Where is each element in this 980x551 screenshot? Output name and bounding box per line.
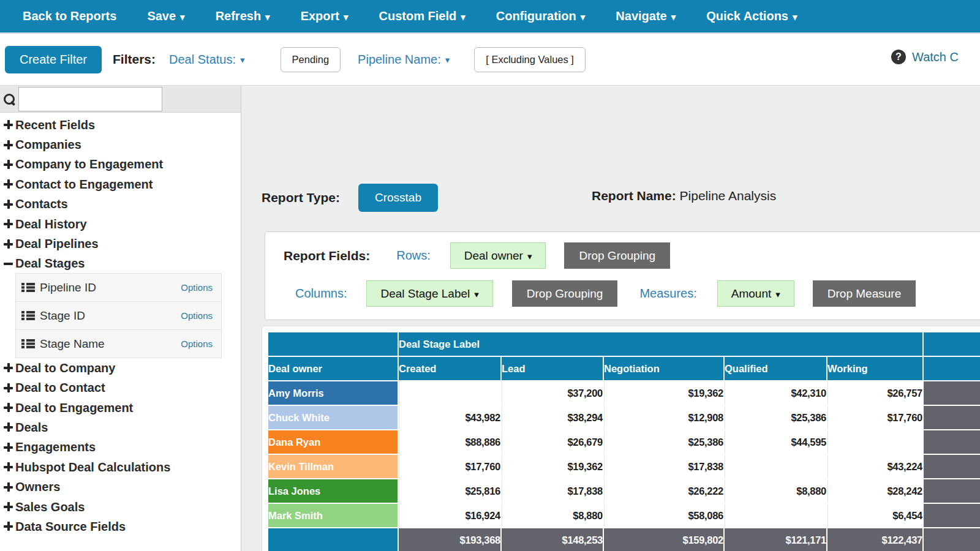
field-options-link[interactable]: Options <box>181 310 213 321</box>
group-label: Deal History <box>15 217 87 231</box>
value-cell: $58,086 <box>604 504 723 527</box>
sidebar-group-deal-to-contact[interactable]: Deal to Contact <box>0 378 241 398</box>
column-header-negotiation: Negotiation <box>604 357 723 380</box>
nav-item-back-to-reports[interactable]: Back to Reports <box>23 9 116 23</box>
field-search-input[interactable] <box>18 87 162 111</box>
pipeline-name-filter-dropdown[interactable]: Pipeline Name: <box>358 53 450 67</box>
column-header-working: Working <box>827 357 922 380</box>
value-cell: $43,224 <box>827 455 922 478</box>
search-icon <box>3 93 15 105</box>
measures-field-chip[interactable]: Amount <box>717 280 794 307</box>
sidebar-group-contacts[interactable]: Contacts <box>0 195 241 214</box>
value-cell: $16,924 <box>399 504 500 527</box>
crosstab-card: Deal Stage LabelDeal ownerCreatedLeadNeg… <box>262 326 980 551</box>
measures-drop-zone[interactable]: Drop Measure <box>813 280 916 307</box>
row-total-header <box>924 357 980 380</box>
expand-plus-icon[interactable] <box>4 179 13 189</box>
nav-item-navigate[interactable]: Navigate <box>616 9 676 23</box>
field-label: Stage Name <box>40 337 181 351</box>
columns-field-chip[interactable]: Deal Stage Label <box>366 280 492 307</box>
value-cell: $26,222 <box>604 479 723 503</box>
expand-plus-icon[interactable] <box>4 482 13 492</box>
value-cell: $88,886 <box>399 430 500 454</box>
expand-plus-icon[interactable] <box>4 383 13 393</box>
sidebar-group-deal-stages[interactable]: Deal Stages <box>0 254 241 274</box>
watch-help-link[interactable]: Watch C <box>912 50 959 64</box>
deal-status-filter-dropdown[interactable]: Deal Status: <box>169 53 244 67</box>
totals-row: $193,368$148,253$159,802$121,171$122,437 <box>268 528 980 551</box>
sidebar-group-deal-to-company[interactable]: Deal to Company <box>0 358 241 378</box>
sidebar-group-owners[interactable]: Owners <box>0 477 241 497</box>
expand-plus-icon[interactable] <box>4 200 13 209</box>
nav-item-save[interactable]: Save <box>147 9 184 23</box>
row-dimension-header: Deal owner <box>268 357 398 380</box>
table-row: Amy Morris$37,200$19,362$42,310$26,757 <box>268 381 980 405</box>
rows-drop-grouping-zone[interactable]: Drop Grouping <box>564 242 670 269</box>
report-canvas: Report Type: Crosstab Report Name: Pipel… <box>241 86 980 551</box>
sidebar-field-pipeline-id[interactable]: Pipeline IDOptions <box>15 273 222 302</box>
question-mark-icon[interactable]: ? <box>891 50 906 64</box>
sidebar-field-stage-name[interactable]: Stage NameOptions <box>15 329 222 358</box>
row-total-cell <box>924 430 980 454</box>
nav-item-refresh[interactable]: Refresh <box>216 9 270 23</box>
help-area: ? Watch C <box>891 50 959 64</box>
expand-plus-icon[interactable] <box>4 239 13 249</box>
expand-plus-icon[interactable] <box>4 140 13 150</box>
expand-plus-icon[interactable] <box>4 363 13 373</box>
pipeline-name-value-chip[interactable]: [ Excluding Values ] <box>474 47 586 72</box>
sidebar-group-deal-to-engagement[interactable]: Deal to Engagement <box>0 398 241 418</box>
create-filter-button[interactable]: Create Filter <box>5 46 102 73</box>
field-options-link[interactable]: Options <box>181 339 213 349</box>
value-cell: $6,454 <box>827 504 922 527</box>
expand-plus-icon[interactable] <box>4 462 13 472</box>
expand-plus-icon[interactable] <box>4 160 13 170</box>
expand-plus-icon[interactable] <box>4 502 13 512</box>
column-group-header: Deal Stage Label <box>399 332 922 356</box>
column-total-cell: $121,171 <box>725 528 826 551</box>
group-label: Recent Fields <box>15 118 95 132</box>
group-label: Data Source Fields <box>15 520 126 534</box>
sidebar-group-deal-history[interactable]: Deal History <box>0 214 241 234</box>
nav-item-configuration[interactable]: Configuration <box>496 9 586 23</box>
sidebar-group-company-to-engagement[interactable]: Company to Engagement <box>0 155 241 174</box>
column-total-cell: $159,802 <box>604 528 723 551</box>
report-type-label: Report Type: <box>262 190 340 205</box>
columns-label: Columns: <box>295 287 347 301</box>
owner-cell-amy-morris: Amy Morris <box>268 381 398 405</box>
report-type-crosstab-button[interactable]: Crosstab <box>358 184 438 212</box>
expand-plus-icon[interactable] <box>4 522 13 531</box>
expand-plus-icon[interactable] <box>4 120 13 130</box>
nav-item-custom-field[interactable]: Custom Field <box>379 9 466 23</box>
grand-total-cell <box>924 528 980 551</box>
deal-status-value-chip[interactable]: Pending <box>281 47 341 72</box>
nav-item-quick-actions[interactable]: Quick Actions <box>706 9 797 23</box>
sidebar-group-engagements[interactable]: Engagements <box>0 438 241 457</box>
rows-field-chip[interactable]: Deal owner <box>450 242 546 269</box>
sidebar-group-data-source-fields[interactable]: Data Source Fields <box>0 517 241 536</box>
value-cell: $17,760 <box>827 406 922 429</box>
sidebar-group-contact-to-engagement[interactable]: Contact to Engagement <box>0 174 241 194</box>
column-total-cell: $148,253 <box>502 528 603 551</box>
field-options-link[interactable]: Options <box>181 282 213 293</box>
sidebar-group-deals[interactable]: Deals <box>0 418 241 437</box>
expand-plus-icon[interactable] <box>4 219 13 229</box>
sidebar-group-recent-fields[interactable]: Recent Fields <box>0 115 241 135</box>
value-cell: $44,595 <box>725 430 826 454</box>
value-cell: $43,982 <box>399 406 500 429</box>
expand-plus-icon[interactable] <box>4 403 13 413</box>
group-label: Deal to Contact <box>15 381 105 395</box>
columns-drop-grouping-zone[interactable]: Drop Grouping <box>512 280 618 307</box>
sidebar-group-sales-goals[interactable]: Sales Goals <box>0 497 241 517</box>
value-cell <box>827 430 922 454</box>
value-cell: $28,242 <box>827 479 922 503</box>
nav-item-export[interactable]: Export <box>301 9 349 23</box>
sidebar-group-hubspot-deal-calculations[interactable]: Hubspot Deal Calculations <box>0 457 241 477</box>
expand-plus-icon[interactable] <box>4 422 13 432</box>
value-cell <box>725 504 826 527</box>
collapse-minus-icon[interactable] <box>4 259 13 269</box>
sidebar-field-stage-id[interactable]: Stage IDOptions <box>15 301 222 330</box>
expand-plus-icon[interactable] <box>4 443 13 452</box>
value-cell: $17,760 <box>399 455 500 478</box>
sidebar-group-companies[interactable]: Companies <box>0 135 241 154</box>
sidebar-group-deal-pipelines[interactable]: Deal Pipelines <box>0 234 241 253</box>
